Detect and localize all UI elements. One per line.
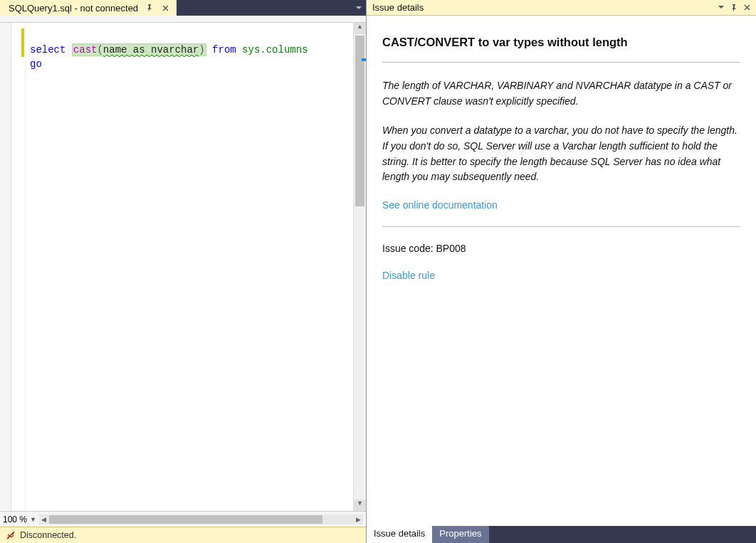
- panel-title: Issue details: [372, 2, 715, 13]
- disconnected-icon: [6, 530, 16, 540]
- issue-summary: The length of VARCHAR, VARBINARY and NVA…: [382, 78, 740, 109]
- zoom-level[interactable]: 100 %: [3, 515, 27, 524]
- zoom-dropdown-icon[interactable]: ▼: [30, 516, 36, 523]
- scroll-down-icon[interactable]: ▼: [354, 500, 366, 511]
- scroll-up-icon[interactable]: ▲: [354, 23, 366, 34]
- editor-breadcrumb-bar: [0, 16, 366, 23]
- token-keyword: go: [30, 58, 42, 70]
- scrollbar-marker: [362, 58, 366, 61]
- token-paren: (: [97, 44, 103, 56]
- tab-title: SQLQuery1.sql - not connected: [9, 3, 138, 14]
- status-text: Disconnected.: [20, 530, 76, 540]
- token-function: cast: [73, 44, 98, 56]
- token-keyword: select: [30, 44, 65, 56]
- editor-pane: SQLQuery1.sql - not connected: [0, 0, 367, 543]
- editor-gutter: [0, 23, 26, 511]
- editor-footer-bar: 100 % ▼ ◀ ▶: [0, 511, 366, 527]
- disable-rule-link[interactable]: Disable rule: [382, 270, 435, 281]
- token-keyword: from: [212, 44, 236, 56]
- pin-icon[interactable]: [145, 4, 154, 12]
- divider: [382, 62, 740, 63]
- editor-status-bar: Disconnected.: [0, 527, 366, 543]
- documentation-link[interactable]: See online documentation: [382, 199, 498, 211]
- close-icon[interactable]: [740, 1, 753, 14]
- panel-body: CAST/CONVERT to var types without length…: [367, 16, 756, 526]
- scrollbar-thumb[interactable]: [355, 36, 364, 206]
- tab-issue-details[interactable]: Issue details: [367, 526, 432, 543]
- close-icon[interactable]: [161, 4, 169, 12]
- document-tabbar: SQLQuery1.sql - not connected: [0, 0, 366, 16]
- panel-header: Issue details: [367, 0, 756, 16]
- issue-details-panel: Issue details CAST/CONVERT to var types …: [367, 0, 756, 543]
- document-tab[interactable]: SQLQuery1.sql - not connected: [0, 0, 177, 16]
- vertical-scrollbar[interactable]: ▲ ▼: [353, 23, 366, 511]
- issue-description: When you convert a datatype to a varchar…: [382, 123, 740, 185]
- scroll-right-icon[interactable]: ▶: [353, 516, 363, 523]
- issue-code: Issue code: BP008: [382, 243, 740, 254]
- issue-title: CAST/CONVERT to var types without length: [382, 36, 740, 49]
- tab-properties[interactable]: Properties: [432, 526, 488, 543]
- panel-tabbar: Issue details Properties: [367, 526, 756, 543]
- divider: [382, 226, 740, 227]
- token-identifier: sys.columns: [242, 44, 308, 56]
- token-argument: name as nvarchar: [103, 44, 199, 56]
- scrollbar-thumb[interactable]: [49, 515, 322, 524]
- panel-menu-icon[interactable]: [715, 1, 728, 14]
- change-indicator: [21, 28, 24, 57]
- token-paren: ): [199, 44, 204, 56]
- pin-icon[interactable]: [728, 1, 740, 14]
- horizontal-scrollbar[interactable]: ◀ ▶: [39, 515, 363, 524]
- tab-overflow-button[interactable]: [352, 0, 366, 16]
- scroll-left-icon[interactable]: ◀: [39, 516, 49, 523]
- code-editor[interactable]: select cast(name as nvarchar) from sys.c…: [0, 23, 366, 511]
